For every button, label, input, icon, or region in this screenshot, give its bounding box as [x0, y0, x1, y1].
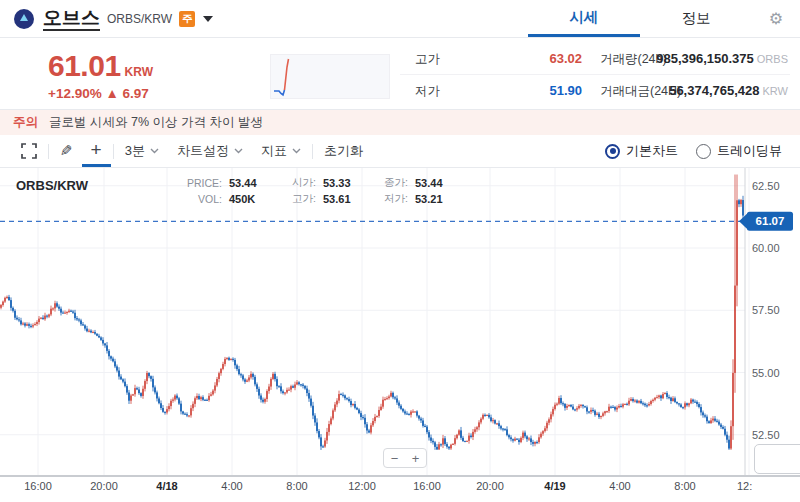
tab-price[interactable]: 시세	[528, 0, 640, 37]
ohlc-value: 53.44	[408, 177, 460, 189]
radio-basic-chart[interactable]: 기본차트	[605, 142, 678, 160]
coin-name: 오브스	[43, 7, 100, 31]
chevron-down-icon	[292, 148, 301, 154]
stat-low-value: 51.90	[460, 83, 582, 98]
axis-corner-panel	[754, 444, 800, 474]
svg-text:12:00: 12:00	[348, 480, 376, 492]
coin-identity: 오브스 ORBS/KRW 주	[0, 0, 213, 37]
price-change: +12.90% ▲ 6.97	[48, 86, 149, 101]
svg-text:20:00: 20:00	[90, 480, 118, 492]
chart-type-switch: 기본차트 트레이딩뷰	[605, 135, 788, 167]
ohlc-value: 53.21	[408, 193, 460, 205]
fullscreen-icon	[21, 143, 37, 159]
radio-unselected-icon	[696, 144, 711, 159]
plus-icon: +	[91, 140, 102, 159]
caution-banner-message: 글로벌 시세와 7% 이상 가격 차이 발생	[49, 114, 263, 131]
candlestick-chart-area[interactable]: 62.5060.0057.5055.0052.5016:0020:004/184…	[0, 168, 800, 502]
chart-settings-dropdown[interactable]: 차트설정	[168, 135, 252, 167]
market-dropdown-caret-icon[interactable]	[203, 16, 213, 22]
stat-high-value: 63.02	[460, 51, 582, 66]
svg-text:8:00: 8:00	[674, 480, 695, 492]
svg-text:8:00: 8:00	[286, 480, 307, 492]
pencil-icon: ✎	[60, 142, 73, 160]
ohlc-label: VOL:	[176, 193, 222, 205]
current-price-unit: KRW	[125, 65, 153, 79]
toolbar-divider	[113, 144, 114, 159]
gear-icon[interactable]: ⚙	[752, 0, 800, 37]
header-tabs: 시세 정보 ⚙	[528, 0, 800, 37]
up-arrow-icon: ▲	[105, 86, 118, 101]
add-indicator-button[interactable]: +	[82, 135, 111, 167]
caution-banner: 주의 글로벌 시세와 7% 이상 가격 차이 발생	[0, 110, 800, 135]
chart-toolbar: ✎ + 3분 차트설정 지표 초기화 기본차트 트레이딩뷰	[0, 135, 800, 168]
caution-banner-badge: 주의	[13, 114, 38, 131]
caution-badge: 주	[179, 11, 195, 27]
svg-text:16:00: 16:00	[24, 480, 52, 492]
stat-volume-value: 985,396,150.375ORBS	[612, 51, 788, 66]
ohlc-label: 저가:	[366, 192, 408, 206]
chevron-down-icon	[150, 148, 159, 154]
svg-text:4/19: 4/19	[544, 480, 565, 492]
svg-text:4:00: 4:00	[221, 480, 242, 492]
ohlc-label: 고가:	[274, 192, 316, 206]
header-bar: 오브스 ORBS/KRW 주 시세 정보 ⚙	[0, 0, 800, 38]
current-price-tag: 61.07	[739, 212, 793, 231]
chart-zoom-control: − +	[383, 448, 427, 468]
mini-sparkline	[270, 54, 390, 99]
tab-info[interactable]: 정보	[640, 0, 752, 37]
coin-logo-icon	[14, 9, 34, 29]
stat-value24h-value: 56,374,765,428KRW	[612, 83, 788, 98]
svg-text:55.00: 55.00	[752, 367, 780, 379]
chevron-down-icon	[234, 148, 243, 154]
market-stats: 고가 63.02 거래량(24h) 985,396,150.375ORBS 저가…	[400, 38, 790, 109]
svg-text:4:00: 4:00	[609, 480, 630, 492]
ohlc-value: 53.44	[222, 177, 274, 189]
indicator-dropdown[interactable]: 지표	[252, 135, 310, 167]
ohlc-label: 시가:	[274, 176, 316, 190]
current-price: 61.01	[48, 49, 121, 83]
svg-text:16:00: 16:00	[413, 480, 441, 492]
radio-selected-icon	[605, 144, 620, 159]
price-summary: 61.01 KRW +12.90% ▲ 6.97 고가 63.02 거래량(24…	[0, 38, 800, 110]
svg-text:20:00: 20:00	[476, 480, 504, 492]
stats-divider	[400, 74, 790, 75]
zoom-in-button[interactable]: +	[405, 449, 426, 467]
ohlc-value: 53.61	[316, 193, 366, 205]
svg-text:61.07: 61.07	[756, 215, 785, 227]
svg-text:62.50: 62.50	[752, 180, 780, 192]
svg-text:52.50: 52.50	[752, 429, 780, 441]
reset-button[interactable]: 초기화	[315, 135, 372, 167]
radio-tradingview[interactable]: 트레이딩뷰	[696, 142, 782, 160]
stat-high-label: 고가	[415, 51, 440, 68]
ohlc-legend: PRICE:53.44시가:53.33종가:53.44VOL:450K고가:53…	[176, 175, 460, 207]
coin-pair: ORBS/KRW	[107, 12, 172, 26]
svg-text:4/18: 4/18	[156, 480, 177, 492]
ohlc-label: 종가:	[366, 176, 408, 190]
ohlc-label: PRICE:	[176, 177, 222, 189]
svg-text:60.00: 60.00	[752, 242, 780, 254]
svg-text:12:: 12:	[737, 480, 752, 492]
interval-dropdown[interactable]: 3분	[116, 135, 168, 167]
ohlc-value: 53.33	[316, 177, 366, 189]
toolbar-divider	[312, 144, 313, 159]
chart-symbol-label: ORBS/KRW	[16, 178, 88, 193]
stat-low-label: 저가	[415, 83, 440, 100]
svg-text:57.50: 57.50	[752, 304, 780, 316]
zoom-out-button[interactable]: −	[384, 449, 405, 467]
ohlc-value: 450K	[222, 193, 274, 205]
fullscreen-button[interactable]	[12, 135, 46, 167]
toolbar-divider	[48, 144, 49, 159]
draw-button[interactable]: ✎	[51, 135, 82, 167]
